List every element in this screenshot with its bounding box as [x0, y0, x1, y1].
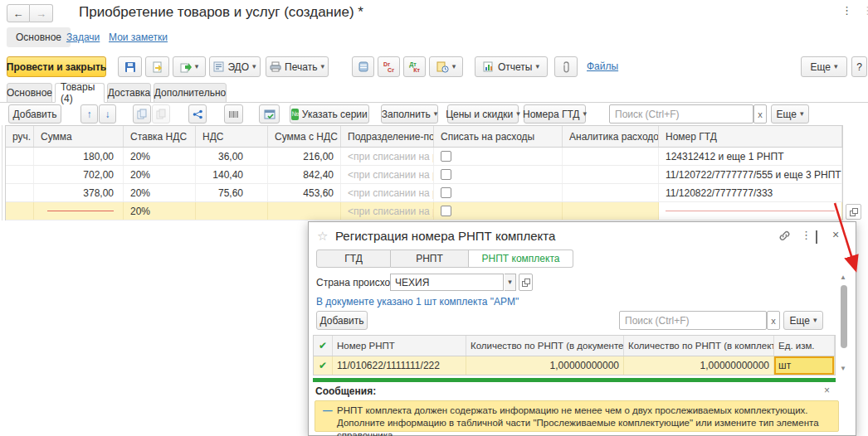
cell-vat[interactable]: 140,40	[196, 166, 268, 183]
cell-gtd-editing[interactable]	[659, 202, 842, 220]
goods-search-input[interactable]	[610, 105, 753, 123]
files-link[interactable]: Файлы	[587, 61, 618, 72]
cell-amount-empty[interactable]	[34, 202, 124, 220]
dialog-more-icon[interactable]: ⋮	[801, 229, 812, 241]
goods-more-button[interactable]: Еще▾	[771, 104, 809, 124]
tab-gtd[interactable]: ГТД	[316, 249, 391, 268]
cell-write-off[interactable]	[434, 184, 563, 201]
nav-tab-main[interactable]: Основное	[7, 27, 71, 47]
add-row-button[interactable]: Добавить	[8, 104, 61, 124]
print-button[interactable]: Печать▾	[266, 56, 329, 77]
gtd-numbers-button[interactable]: Номера ГТД▾	[524, 104, 586, 124]
cell-vat-rate[interactable]: 20%	[124, 148, 196, 165]
help-button[interactable]: ?	[851, 56, 867, 77]
document-kit-info-link[interactable]: В документе указано 1 шт комплекта "АРМ"	[316, 296, 519, 308]
cell-gtd[interactable]: 124312412 и еще 1 РНПТ	[659, 148, 842, 165]
dialog-more-button[interactable]: Еще▾	[783, 311, 823, 330]
move-up-button[interactable]: ↑	[80, 104, 98, 124]
cell-total[interactable]: 842,40	[268, 166, 341, 183]
cell-expense-analytics[interactable]	[563, 148, 659, 165]
cell-unit-focused[interactable]: шт	[774, 356, 835, 375]
share-structure-button[interactable]	[188, 104, 207, 124]
cell-vat[interactable]: 36,00	[196, 148, 268, 165]
write-off-checkbox[interactable]	[441, 169, 451, 180]
messages-splitter[interactable]	[313, 378, 836, 382]
cell-vat[interactable]	[196, 202, 268, 220]
cell-vat-rate[interactable]: 20%	[124, 184, 196, 201]
cell-vat-rate[interactable]: 20%	[124, 166, 196, 183]
cell-department[interactable]: <при списании на р...	[341, 202, 434, 220]
save-button[interactable]	[118, 56, 142, 77]
register-records-button[interactable]	[352, 56, 374, 77]
write-off-checkbox[interactable]	[441, 151, 451, 162]
nav-tab-tasks[interactable]: Задачи	[66, 31, 100, 43]
scrollbar-down-icon[interactable]: ▼	[840, 365, 846, 372]
dialog-add-button[interactable]: Добавить	[316, 311, 368, 330]
cell-gtd[interactable]: 11/120722/7777777/555 и еще 3 РНПТ	[659, 166, 842, 183]
write-off-checkbox[interactable]	[441, 187, 451, 198]
cell-expense-analytics[interactable]	[563, 184, 659, 201]
tab-additional[interactable]: Дополнительно	[154, 83, 227, 103]
reports-button[interactable]: Отчеты▾	[475, 56, 548, 77]
cell-vat[interactable]: 75,60	[196, 184, 268, 201]
cell-gtd[interactable]: 11/120822/7777777/333	[659, 184, 842, 201]
attachments-button[interactable]	[554, 56, 578, 77]
tab-rnpt-kit[interactable]: РНПТ комплекта	[469, 249, 573, 268]
write-off-checkbox[interactable]	[441, 206, 451, 216]
tab-rnpt[interactable]: РНПТ	[391, 249, 469, 268]
cell-department[interactable]: <при списании на р...	[341, 184, 434, 201]
cell-total[interactable]: 216,00	[268, 148, 341, 165]
post-and-close-button[interactable]: Провести и закрыть	[7, 56, 106, 77]
panel-more-icon[interactable]: ⋮	[862, 4, 868, 17]
scrollbar-thumb[interactable]	[841, 285, 847, 348]
fill-button[interactable]: Заполнить▾	[381, 104, 438, 124]
dt-kt-button[interactable]: ДтКт	[403, 56, 426, 77]
window-more-icon[interactable]: ⋮	[841, 4, 852, 17]
cell-qty-kit[interactable]: 1,00000000000	[624, 356, 774, 375]
prices-discounts-button[interactable]: Цены и скидки▾	[447, 104, 519, 124]
cell-vat-rate[interactable]: 20%	[124, 202, 196, 220]
copy-link-icon[interactable]	[778, 230, 791, 241]
close-icon[interactable]: ×	[832, 228, 839, 241]
edo-button[interactable]: ЭДО▾	[209, 56, 261, 77]
barcode-scanner-button[interactable]	[224, 104, 243, 124]
cell-total[interactable]	[268, 202, 341, 220]
tab-delivery[interactable]: Доставка	[107, 83, 151, 103]
country-open-button[interactable]	[519, 274, 533, 291]
cell-expense-analytics[interactable]	[563, 166, 659, 183]
favorite-star-icon[interactable]: ☆	[317, 229, 328, 244]
scrollbar-up-icon[interactable]: ▲	[840, 274, 846, 281]
create-based-on-button[interactable]: ▾	[173, 56, 206, 77]
messages-close-icon[interactable]: ×	[824, 385, 830, 396]
minimize-icon[interactable]	[816, 231, 817, 243]
dialog-search-clear-button[interactable]: x	[767, 311, 780, 330]
move-down-button[interactable]: ↓	[99, 104, 116, 124]
specify-series-button[interactable]: № Указать серии	[290, 104, 369, 124]
cell-amount[interactable]: 180,00	[34, 148, 124, 165]
cell-qty-document[interactable]: 1,00000000000	[466, 356, 624, 375]
tab-main[interactable]: Основное	[7, 83, 52, 103]
nav-tab-notes[interactable]: Мои заметки	[109, 31, 168, 43]
cell-expense-analytics[interactable]	[563, 202, 659, 220]
cell-department[interactable]: <при списании на р...	[341, 148, 434, 165]
tab-goods[interactable]: Товары (4)	[55, 83, 105, 103]
dr-cr-button[interactable]: DrCr	[378, 56, 400, 77]
cell-write-off[interactable]	[434, 166, 563, 183]
cell-total[interactable]: 453,60	[268, 184, 341, 201]
cell-amount[interactable]: 378,00	[34, 184, 124, 201]
goods-search-clear-button[interactable]: x	[753, 104, 767, 124]
check-fill-button[interactable]	[259, 104, 280, 124]
back-button[interactable]: ←	[7, 4, 30, 22]
cell-write-off[interactable]	[434, 202, 563, 220]
cell-department[interactable]: <при списании на р...	[341, 166, 434, 183]
cell-write-off[interactable]	[434, 148, 563, 165]
country-dropdown-button[interactable]: ▾	[505, 274, 516, 291]
cell-rnpt-number[interactable]: 11/010622/1111111/222	[333, 356, 466, 375]
document-history-button[interactable]: ▾	[429, 56, 463, 77]
post-document-button[interactable]	[145, 56, 169, 77]
command-bar-more-button[interactable]: Еще▾	[801, 56, 847, 77]
country-field[interactable]: ЧЕХИЯ	[390, 274, 504, 291]
cell-amount[interactable]: 702,00	[34, 166, 124, 183]
copy-row-button[interactable]	[133, 104, 151, 124]
dialog-search-input[interactable]	[620, 312, 766, 329]
